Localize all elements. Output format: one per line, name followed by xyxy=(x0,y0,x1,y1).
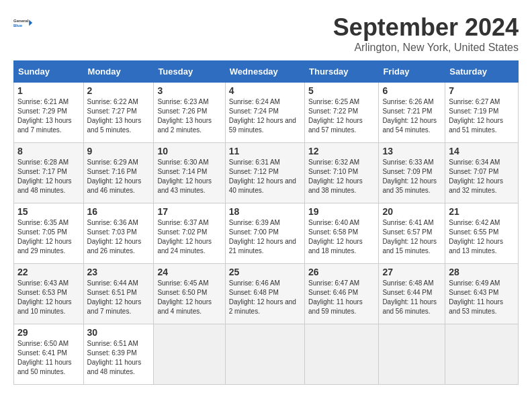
weekday-header-friday: Friday xyxy=(379,61,445,83)
day-number: 18 xyxy=(229,206,301,217)
day-info: Sunrise: 6:45 AMSunset: 6:50 PMDaylight:… xyxy=(157,279,221,316)
day-info: Sunrise: 6:23 AMSunset: 7:26 PMDaylight:… xyxy=(157,97,221,135)
calendar-cell: 24Sunrise: 6:45 AMSunset: 6:50 PMDayligh… xyxy=(154,264,225,324)
svg-marker-2 xyxy=(29,20,32,26)
weekday-header-tuesday: Tuesday xyxy=(154,61,225,83)
calendar-cell: 8Sunrise: 6:28 AMSunset: 7:17 PMDaylight… xyxy=(14,143,84,203)
day-info: Sunrise: 6:33 AMSunset: 7:09 PMDaylight:… xyxy=(382,158,441,195)
calendar-cell: 23Sunrise: 6:44 AMSunset: 6:51 PMDayligh… xyxy=(83,264,154,324)
location-title: Arlington, New York, United States xyxy=(333,42,519,54)
day-info: Sunrise: 6:32 AMSunset: 7:10 PMDaylight:… xyxy=(308,158,375,195)
day-info: Sunrise: 6:22 AMSunset: 7:27 PMDaylight:… xyxy=(87,97,150,135)
calendar-cell: 9Sunrise: 6:29 AMSunset: 7:16 PMDaylight… xyxy=(83,143,154,203)
calendar-cell: 27Sunrise: 6:48 AMSunset: 6:44 PMDayligh… xyxy=(379,264,445,324)
day-number: 13 xyxy=(382,146,441,156)
day-number: 23 xyxy=(87,267,150,277)
day-number: 30 xyxy=(87,327,150,338)
day-number: 26 xyxy=(308,267,375,277)
calendar-cell: 30Sunrise: 6:51 AMSunset: 6:39 PMDayligh… xyxy=(83,324,154,385)
page-header: GeneralBlue September 2024 Arlington, Ne… xyxy=(13,13,519,54)
day-number: 6 xyxy=(382,85,441,96)
calendar-cell: 10Sunrise: 6:30 AMSunset: 7:14 PMDayligh… xyxy=(154,143,225,203)
day-number: 16 xyxy=(87,206,150,217)
svg-text:Blue: Blue xyxy=(13,24,23,28)
weekday-header-wednesday: Wednesday xyxy=(225,61,304,83)
day-info: Sunrise: 6:48 AMSunset: 6:44 PMDaylight:… xyxy=(382,279,441,316)
day-info: Sunrise: 6:21 AMSunset: 7:29 PMDaylight:… xyxy=(17,97,80,135)
calendar-cell: 6Sunrise: 6:26 AMSunset: 7:21 PMDaylight… xyxy=(379,83,445,143)
calendar-cell: 7Sunrise: 6:27 AMSunset: 7:19 PMDaylight… xyxy=(445,83,519,143)
calendar-cell: 11Sunrise: 6:31 AMSunset: 7:12 PMDayligh… xyxy=(225,143,304,203)
weekday-header-saturday: Saturday xyxy=(445,61,519,83)
calendar-cell: 29Sunrise: 6:50 AMSunset: 6:41 PMDayligh… xyxy=(14,324,84,385)
day-info: Sunrise: 6:28 AMSunset: 7:17 PMDaylight:… xyxy=(17,158,80,195)
calendar-cell: 18Sunrise: 6:39 AMSunset: 7:00 PMDayligh… xyxy=(225,203,304,264)
day-number: 27 xyxy=(382,267,441,277)
day-number: 11 xyxy=(229,146,301,156)
calendar-cell: 14Sunrise: 6:34 AMSunset: 7:07 PMDayligh… xyxy=(445,143,519,203)
day-number: 5 xyxy=(308,85,375,96)
day-info: Sunrise: 6:37 AMSunset: 7:02 PMDaylight:… xyxy=(157,218,221,256)
calendar-cell: 16Sunrise: 6:36 AMSunset: 7:03 PMDayligh… xyxy=(83,203,154,264)
day-number: 2 xyxy=(87,85,150,96)
calendar-week-row: 1Sunrise: 6:21 AMSunset: 7:29 PMDaylight… xyxy=(14,83,519,143)
day-info: Sunrise: 6:46 AMSunset: 6:48 PMDaylight:… xyxy=(229,279,301,316)
day-info: Sunrise: 6:27 AMSunset: 7:19 PMDaylight:… xyxy=(449,97,515,135)
calendar-week-row: 22Sunrise: 6:43 AMSunset: 6:53 PMDayligh… xyxy=(14,264,519,324)
day-info: Sunrise: 6:39 AMSunset: 7:00 PMDaylight:… xyxy=(229,218,301,256)
day-number: 15 xyxy=(17,206,80,217)
day-number: 9 xyxy=(87,146,150,156)
calendar-week-row: 8Sunrise: 6:28 AMSunset: 7:17 PMDaylight… xyxy=(14,143,519,203)
month-title: September 2024 xyxy=(333,13,519,42)
weekday-header-thursday: Thursday xyxy=(305,61,379,83)
day-number: 21 xyxy=(449,206,515,217)
day-number: 1 xyxy=(17,85,80,96)
calendar-week-row: 29Sunrise: 6:50 AMSunset: 6:41 PMDayligh… xyxy=(14,324,519,385)
day-info: Sunrise: 6:36 AMSunset: 7:03 PMDaylight:… xyxy=(87,218,150,256)
day-number: 17 xyxy=(157,206,221,217)
day-number: 12 xyxy=(308,146,375,156)
weekday-header-row: SundayMondayTuesdayWednesdayThursdayFrid… xyxy=(14,61,519,83)
day-info: Sunrise: 6:26 AMSunset: 7:21 PMDaylight:… xyxy=(382,97,441,135)
day-info: Sunrise: 6:42 AMSunset: 6:55 PMDaylight:… xyxy=(449,218,515,256)
day-number: 28 xyxy=(449,267,515,277)
day-number: 7 xyxy=(449,85,515,96)
calendar-cell: 19Sunrise: 6:40 AMSunset: 6:58 PMDayligh… xyxy=(305,203,379,264)
day-info: Sunrise: 6:29 AMSunset: 7:16 PMDaylight:… xyxy=(87,158,150,195)
calendar-cell: 13Sunrise: 6:33 AMSunset: 7:09 PMDayligh… xyxy=(379,143,445,203)
day-info: Sunrise: 6:25 AMSunset: 7:22 PMDaylight:… xyxy=(308,97,375,135)
day-number: 19 xyxy=(308,206,375,217)
calendar-cell: 25Sunrise: 6:46 AMSunset: 6:48 PMDayligh… xyxy=(225,264,304,324)
calendar-cell xyxy=(379,324,445,385)
day-number: 24 xyxy=(157,267,221,277)
calendar-cell: 15Sunrise: 6:35 AMSunset: 7:05 PMDayligh… xyxy=(14,203,84,264)
day-info: Sunrise: 6:31 AMSunset: 7:12 PMDaylight:… xyxy=(229,158,301,195)
day-number: 22 xyxy=(17,267,80,277)
logo-icon: GeneralBlue xyxy=(13,13,34,34)
calendar-cell: 20Sunrise: 6:41 AMSunset: 6:57 PMDayligh… xyxy=(379,203,445,264)
calendar-cell xyxy=(154,324,225,385)
weekday-header-monday: Monday xyxy=(83,61,154,83)
day-info: Sunrise: 6:41 AMSunset: 6:57 PMDaylight:… xyxy=(382,218,441,256)
day-info: Sunrise: 6:43 AMSunset: 6:53 PMDaylight:… xyxy=(17,279,80,316)
calendar-cell: 22Sunrise: 6:43 AMSunset: 6:53 PMDayligh… xyxy=(14,264,84,324)
calendar-cell: 26Sunrise: 6:47 AMSunset: 6:46 PMDayligh… xyxy=(305,264,379,324)
calendar-cell: 21Sunrise: 6:42 AMSunset: 6:55 PMDayligh… xyxy=(445,203,519,264)
day-info: Sunrise: 6:24 AMSunset: 7:24 PMDaylight:… xyxy=(229,97,301,135)
title-section: September 2024 Arlington, New York, Unit… xyxy=(333,13,519,54)
calendar-cell: 1Sunrise: 6:21 AMSunset: 7:29 PMDaylight… xyxy=(14,83,84,143)
day-info: Sunrise: 6:49 AMSunset: 6:43 PMDaylight:… xyxy=(449,279,515,316)
calendar-cell: 12Sunrise: 6:32 AMSunset: 7:10 PMDayligh… xyxy=(305,143,379,203)
calendar-cell: 17Sunrise: 6:37 AMSunset: 7:02 PMDayligh… xyxy=(154,203,225,264)
day-number: 3 xyxy=(157,85,221,96)
calendar-cell xyxy=(445,324,519,385)
calendar-cell: 4Sunrise: 6:24 AMSunset: 7:24 PMDaylight… xyxy=(225,83,304,143)
day-number: 8 xyxy=(17,146,80,156)
logo: GeneralBlue xyxy=(13,13,34,34)
svg-text:General: General xyxy=(13,19,29,23)
day-number: 4 xyxy=(229,85,301,96)
calendar-cell: 5Sunrise: 6:25 AMSunset: 7:22 PMDaylight… xyxy=(305,83,379,143)
calendar-table: SundayMondayTuesdayWednesdayThursdayFrid… xyxy=(13,60,519,385)
day-number: 25 xyxy=(229,267,301,277)
calendar-cell: 28Sunrise: 6:49 AMSunset: 6:43 PMDayligh… xyxy=(445,264,519,324)
